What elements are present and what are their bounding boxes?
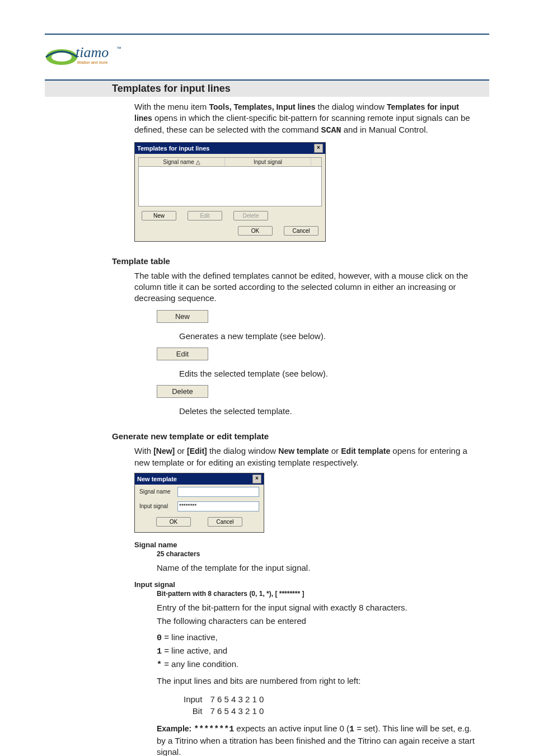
close-icon[interactable]: × [252, 475, 261, 483]
field-constraint-input-signal: Bit-pattern with 8 characters (0, 1, *),… [157, 590, 489, 598]
delete-button[interactable]: Delete [233, 211, 268, 220]
input-signal-label: Input signal [139, 503, 174, 509]
scrollbar-gutter [311, 158, 321, 166]
new-template-dialog: New template × Signal name Input signal … [134, 473, 264, 533]
signal-name-input[interactable] [177, 487, 259, 497]
example-paragraph: Example: *******1 expects an active inpu… [157, 723, 478, 757]
cancel-button[interactable]: Cancel [284, 226, 318, 236]
svg-text:tiamo: tiamo [76, 44, 109, 60]
column-signal-name[interactable]: Signal name △ [139, 158, 225, 166]
field-label-signal-name: Signal name [134, 541, 489, 549]
templates-dialog: Templates for input lines × Signal name … [134, 142, 326, 242]
edit-button-sample: Edit [157, 348, 208, 360]
svg-text:™: ™ [116, 46, 121, 51]
ok-button[interactable]: OK [238, 226, 273, 236]
field-constraint-signal-name: 25 characters [157, 550, 489, 558]
logo: tiamo ™ titration and more [45, 40, 489, 68]
char-0: 0 = line inactive, [157, 632, 478, 644]
field-label-input-signal: Input signal [134, 580, 489, 589]
signal-name-label: Signal name [139, 489, 174, 495]
signal-name-desc: Name of the template for the input signa… [157, 562, 478, 574]
template-table-desc: The table with the defined templates can… [134, 270, 478, 304]
edit-desc: Edits the selected template (see below). [179, 368, 489, 379]
new-button-sample: New [157, 310, 208, 323]
table-body-empty [139, 167, 321, 206]
cancel-button[interactable]: Cancel [208, 517, 242, 527]
new-desc: Generates a new template (see below). [179, 331, 489, 342]
close-icon[interactable]: × [314, 144, 323, 153]
delete-desc: Deletes the selected template. [179, 406, 489, 417]
subheading-template-table: Template table [112, 256, 489, 266]
input-signal-input[interactable] [177, 501, 259, 511]
section-heading: Templates for input lines [45, 79, 489, 97]
bit-number-table: Input7 6 5 4 3 2 1 0 Bit7 6 5 4 3 2 1 0 [179, 693, 268, 717]
input-signal-desc3: The input lines and bits are numbered fr… [157, 675, 478, 687]
delete-button-sample: Delete [157, 385, 208, 398]
svg-point-1 [51, 53, 72, 62]
ok-button[interactable]: OK [156, 517, 191, 527]
edit-button[interactable]: Edit [188, 211, 222, 220]
intro-paragraph: With the menu item Tools, Templates, Inp… [134, 101, 478, 137]
dialog-title: New template [137, 476, 177, 482]
input-signal-desc1: Entry of the bit-pattern for the input s… [157, 602, 478, 613]
subheading-generate-edit: Generate new template or edit template [112, 431, 489, 441]
column-input-signal[interactable]: Input signal [225, 158, 311, 166]
dialog-title: Templates for input lines [137, 145, 209, 152]
input-signal-desc2: The following characters can be entered [157, 616, 478, 627]
generate-edit-desc: With [New] or [Edit] the dialog window N… [134, 445, 478, 468]
char-1: 1 = line active, and [157, 645, 478, 658]
new-button[interactable]: New [142, 211, 176, 220]
svg-text:titration and more: titration and more [77, 60, 108, 64]
char-star: * = any line condition. [157, 659, 478, 671]
